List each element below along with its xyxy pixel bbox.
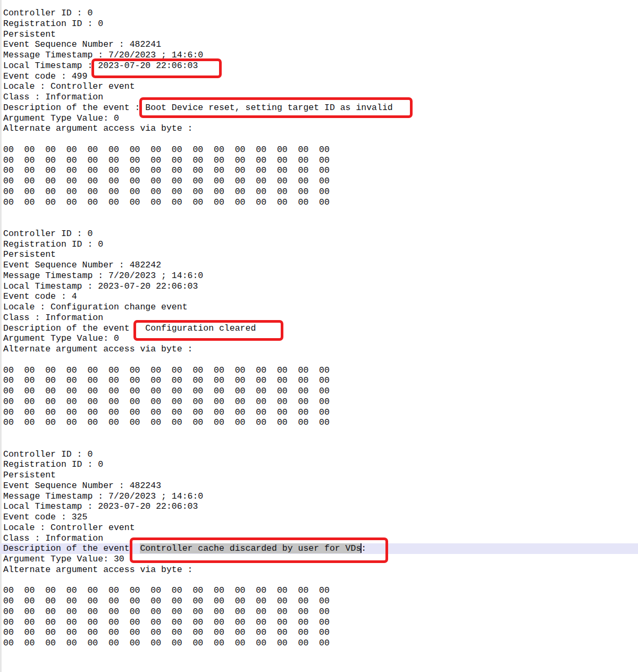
hex-dump: 00 00 00 00 00 00 00 00 00 00 00 00 00 0…	[3, 585, 638, 649]
hex-row: 00 00 00 00 00 00 00 00 00 00 00 00 00 0…	[3, 397, 638, 407]
description-value-highlighted: Controller cache discarded by user for V…	[140, 543, 361, 553]
line-class: Class : Information	[3, 313, 638, 323]
line-controller-id: Controller ID : 0	[3, 449, 638, 460]
description-suffix: :	[361, 543, 366, 553]
line-argument-type-value: Argument Type Value: 30	[3, 554, 638, 565]
hex-dump: 00 00 00 00 00 00 00 00 00 00 00 00 00 0…	[3, 145, 638, 208]
blank-line	[3, 207, 638, 218]
event-record-1: Controller ID : 0 Registration ID : 0 Pe…	[3, 8, 638, 229]
hex-row: 00 00 00 00 00 00 00 00 00 00 00 00 00 0…	[3, 197, 638, 208]
event-record-3: Controller ID : 0 Registration ID : 0 Pe…	[3, 449, 638, 649]
blank-line	[3, 575, 638, 586]
local-timestamp-value: 2023-07-20 22:06:03	[98, 501, 198, 511]
hex-row: 00 00 00 00 00 00 00 00 00 00 00 00 00 0…	[3, 596, 638, 607]
blank-line	[3, 134, 638, 145]
line-message-timestamp: Message Timestamp : 7/20/2023 ; 14:6:0	[3, 491, 638, 502]
local-timestamp-value: 2023-07-20 22:06:03	[98, 281, 198, 291]
line-class: Class : Information	[3, 533, 638, 544]
line-locale: Locale : Controller event	[3, 523, 638, 533]
description-value: Configuration cleared	[145, 323, 256, 333]
line-message-timestamp: Message Timestamp : 7/20/2023 ; 14:6:0	[3, 271, 638, 281]
line-controller-id: Controller ID : 0	[3, 8, 638, 19]
blank-line	[3, 355, 638, 365]
hex-row: 00 00 00 00 00 00 00 00 00 00 00 00 00 0…	[3, 417, 638, 428]
line-alternate-argument: Alternate argument access via byte :	[3, 123, 638, 134]
hex-row: 00 00 00 00 00 00 00 00 00 00 00 00 00 0…	[3, 585, 638, 596]
line-alternate-argument: Alternate argument access via byte :	[3, 565, 638, 575]
line-locale: Locale : Configuration change event	[3, 302, 638, 313]
hex-row: 00 00 00 00 00 00 00 00 00 00 00 00 00 0…	[3, 165, 638, 176]
line-local-timestamp: Local Timestamp : 2023-07-20 22:06:03	[3, 281, 638, 292]
line-registration-id: Registration ID : 0	[3, 459, 638, 470]
description-label: Description of the event :	[3, 103, 145, 113]
line-argument-type-value: Argument Type Value: 0	[3, 113, 638, 124]
line-local-timestamp: Local Timestamp : 2023-07-20 22:06:03	[3, 501, 638, 512]
hex-row: 00 00 00 00 00 00 00 00 00 00 00 00 00 0…	[3, 365, 638, 376]
hex-row: 00 00 00 00 00 00 00 00 00 00 00 00 00 0…	[3, 627, 638, 638]
line-event-code: Event code : 325	[3, 512, 638, 523]
event-log-text-area[interactable]: Controller ID : 0 Registration ID : 0 Pe…	[0, 0, 638, 649]
line-persistent: Persistent	[3, 29, 638, 40]
hex-row: 00 00 00 00 00 00 00 00 00 00 00 00 00 0…	[3, 386, 638, 397]
local-timestamp-label: Local Timestamp :	[3, 281, 98, 291]
line-persistent: Persistent	[3, 470, 638, 481]
line-event-code: Event code : 499	[3, 71, 638, 82]
line-registration-id: Registration ID : 0	[3, 239, 638, 250]
hex-row: 00 00 00 00 00 00 00 00 00 00 00 00 00 0…	[3, 407, 638, 418]
line-persistent: Persistent	[3, 249, 638, 260]
blank-line	[3, 428, 638, 439]
blank-line	[3, 218, 638, 229]
description-value: Boot Device reset, setting target ID as …	[145, 103, 392, 113]
local-timestamp-label: Local Timestamp :	[3, 61, 98, 71]
local-timestamp-label: Local Timestamp :	[3, 501, 98, 511]
hex-row: 00 00 00 00 00 00 00 00 00 00 00 00 00 0…	[3, 375, 638, 386]
line-description: Description of the event : Boot Device r…	[3, 103, 638, 113]
line-alternate-argument: Alternate argument access via byte :	[3, 344, 638, 355]
line-description: Description of the event Configuration c…	[3, 323, 638, 334]
line-local-timestamp: Local Timestamp : 2023-07-20 22:06:03	[3, 61, 638, 71]
event-record-2: Controller ID : 0 Registration ID : 0 Pe…	[3, 229, 638, 449]
line-event-sequence-number: Event Sequence Number : 482243	[3, 481, 638, 491]
description-label: Description of the event	[3, 543, 140, 553]
line-locale: Locale : Controller event	[3, 81, 638, 92]
description-label: Description of the event	[3, 323, 145, 333]
line-description-selected[interactable]: Description of the event Controller cach…	[0, 543, 638, 554]
line-event-sequence-number: Event Sequence Number : 482241	[3, 39, 638, 50]
line-registration-id: Registration ID : 0	[3, 19, 638, 29]
hex-row: 00 00 00 00 00 00 00 00 00 00 00 00 00 0…	[3, 607, 638, 617]
hex-row: 00 00 00 00 00 00 00 00 00 00 00 00 00 0…	[3, 638, 638, 649]
line-event-sequence-number: Event Sequence Number : 482242	[3, 260, 638, 271]
hex-row: 00 00 00 00 00 00 00 00 00 00 00 00 00 0…	[3, 176, 638, 187]
hex-row: 00 00 00 00 00 00 00 00 00 00 00 00 00 0…	[3, 187, 638, 197]
hex-row: 00 00 00 00 00 00 00 00 00 00 00 00 00 0…	[3, 155, 638, 166]
line-controller-id: Controller ID : 0	[3, 229, 638, 239]
hex-dump: 00 00 00 00 00 00 00 00 00 00 00 00 00 0…	[3, 365, 638, 429]
line-class: Class : Information	[3, 92, 638, 103]
blank-line	[3, 439, 638, 449]
hex-row: 00 00 00 00 00 00 00 00 00 00 00 00 00 0…	[3, 617, 638, 628]
hex-row: 00 00 00 00 00 00 00 00 00 00 00 00 00 0…	[3, 145, 638, 155]
line-message-timestamp: Message Timestamp : 7/20/2023 ; 14:6:0	[3, 50, 638, 61]
line-event-code: Event code : 4	[3, 291, 638, 302]
local-timestamp-value: 2023-07-20 22:06:03	[98, 61, 198, 71]
line-argument-type-value: Argument Type Value: 0	[3, 333, 638, 344]
